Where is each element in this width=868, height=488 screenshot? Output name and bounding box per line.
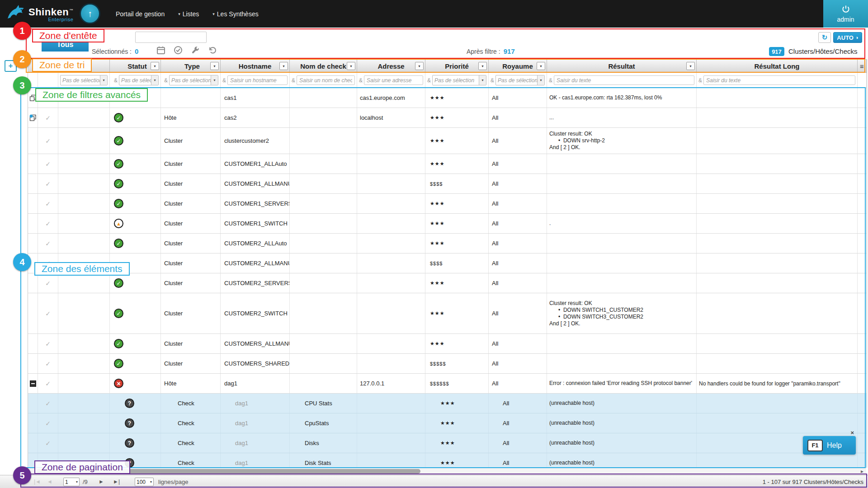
brand[interactable]: Shinken™ Enterprise (6, 4, 74, 23)
cell-resultat-long (697, 293, 858, 333)
sort-royaume-button[interactable]: ▾ (537, 62, 545, 70)
cell-priorite: ★★★ (425, 154, 489, 174)
page-select[interactable]: 1 ▾ (63, 478, 80, 486)
filter-extra-select[interactable]: Pas de sélection▾ (60, 75, 108, 85)
row-selected-check-icon[interactable]: ✓ (45, 340, 51, 347)
cell-type: Hôte (161, 374, 221, 393)
scroll-top-button[interactable]: ↑ (80, 3, 100, 24)
brand-name: Shinken (28, 6, 69, 18)
cell-royaume: All (489, 354, 547, 373)
wrench-button[interactable] (190, 46, 200, 56)
cell-royaume: All (489, 334, 547, 353)
sort-hostname-button[interactable]: ▾ (279, 62, 288, 70)
collapse-children-icon[interactable] (30, 380, 36, 387)
cell-hostname: CUSTOMER2_ALLAuto (221, 234, 290, 253)
cell-type: Check (161, 433, 221, 453)
sort-adresse-button[interactable]: ▾ (415, 62, 424, 70)
menu-item-portail-de-gestion[interactable]: Portail de gestion (116, 10, 165, 18)
filter-nom_de_check-input[interactable] (297, 75, 355, 85)
row-selected-check-icon[interactable]: ✓ (45, 160, 51, 168)
filter-type-select[interactable]: Pas de sélection▾ (169, 75, 218, 85)
column-chooser-button[interactable]: ≡ (860, 62, 864, 70)
row-selected-check-icon[interactable]: ✓ (45, 440, 51, 447)
calendar-button[interactable] (156, 46, 166, 56)
cell-hostname-text: CUSTOMER1_SERVERS (224, 200, 290, 207)
close-icon[interactable]: × (850, 429, 854, 436)
sort-statut-button[interactable]: ▾ (151, 62, 159, 70)
table-row: ✓✓ClusterCUSTOMER2_SWITCH★★★AllCluster r… (28, 293, 867, 334)
row-selected-check-icon[interactable]: ✓ (45, 240, 51, 247)
status-ok-icon: ✓ (114, 136, 123, 145)
scroll-right-icon[interactable]: ▸ (861, 468, 863, 474)
cell-adresse (357, 293, 425, 333)
row-selected-check-icon[interactable]: ✓ (45, 200, 51, 207)
cell-extra (58, 374, 110, 393)
zone-1-label: Zone d'entête (32, 29, 104, 42)
horizontal-scrollbar[interactable]: ▸ (28, 468, 866, 475)
cell-nom-de-check (290, 174, 357, 193)
cell-hostname: dag1 (221, 394, 290, 413)
filter-resultat_long-input[interactable] (703, 75, 855, 85)
cell-resultat-text: Error : connexion failed 'Error reading … (549, 380, 692, 387)
cell-priorite: ★★★ (425, 433, 489, 453)
username: admin (837, 16, 854, 23)
sort-type-button[interactable]: ▾ (210, 62, 219, 70)
row-selected-check-icon[interactable]: ✓ (45, 310, 51, 317)
row-selected-check-icon[interactable]: ✓ (45, 420, 51, 427)
row-selected-check-icon[interactable]: ✓ (45, 137, 51, 145)
cell-extra (58, 354, 110, 373)
sort-nom_de_check-button[interactable]: ▾ (347, 62, 355, 70)
cell-type-text: Check (178, 460, 194, 466)
cell-hostname: clustercustomer2 (221, 128, 290, 154)
help-widget[interactable]: F1 Help × (803, 436, 856, 455)
refresh-button[interactable]: ↻ (818, 32, 831, 43)
cell-royaume-text: All (492, 260, 498, 267)
auto-refresh-button[interactable]: AUTO ◑ (833, 32, 862, 43)
row-selected-check-icon[interactable]: ✓ (45, 220, 51, 227)
cell-priorite-text: $$$$ (430, 181, 443, 187)
filter-royaume-select[interactable]: Pas de sélection▾ (495, 75, 545, 85)
sort-priorite-button[interactable]: ▾ (478, 62, 487, 70)
prev-page-button[interactable]: ◄ (47, 475, 52, 488)
cell-resultat-long (697, 453, 858, 468)
cell-select: ✓ (38, 413, 58, 433)
per-page-select[interactable]: 100 ▾ (135, 478, 154, 486)
cell-expand (28, 433, 38, 453)
header-name-input[interactable] (135, 32, 207, 43)
row-selected-check-icon[interactable]: ✓ (45, 114, 51, 122)
row-selected-check-icon[interactable]: ✓ (45, 280, 51, 287)
last-page-button[interactable]: ►| (113, 475, 120, 488)
cell-hostname: CUSTOMER2_SERVERS (221, 273, 290, 293)
table-row: ✓✓ClusterCUSTOMERS_SHARED$$$$$All (28, 354, 867, 374)
filter-statut-select[interactable]: Pas de sélection▾ (119, 75, 159, 85)
next-page-button[interactable]: ► (99, 475, 104, 488)
column-label: Type (184, 62, 200, 70)
cell-statut: ✓ (110, 194, 161, 213)
table-row: ✓✓ClusterCUSTOMER2_SERVERS★★★All (28, 273, 867, 293)
filter-resultat-input[interactable] (554, 75, 694, 85)
cell-priorite-text: ★★★ (430, 201, 445, 206)
expand-children-icon[interactable] (29, 114, 37, 122)
table-row: ✓✓Clusterclustercustomer2★★★AllCluster r… (28, 128, 867, 154)
column-label: Priorité (445, 62, 469, 70)
filter-adresse-input[interactable] (364, 75, 423, 85)
cell-statut: ? (110, 413, 161, 433)
menu-item-listes[interactable]: ▾Listes (178, 10, 199, 18)
cell-resultat-long (697, 253, 858, 273)
cell-select: ✓ (38, 194, 58, 213)
filter-hostname-input[interactable] (227, 75, 288, 85)
row-selected-check-icon[interactable]: ✓ (45, 180, 51, 188)
sort-resultat-button[interactable]: ▾ (686, 62, 695, 70)
acknowledge-button[interactable] (173, 46, 183, 56)
menu-item-les-synth-ses[interactable]: ▾Les Synthèses (212, 10, 258, 18)
user-panel[interactable]: admin (823, 0, 868, 28)
cell-priorite: ★★★ (425, 334, 489, 353)
row-selected-check-icon[interactable]: ✓ (45, 380, 51, 387)
cell-statut: ▲ (110, 214, 161, 233)
row-selected-check-icon[interactable]: ✓ (45, 360, 51, 367)
cell-type: Check (161, 394, 221, 413)
row-selected-check-icon[interactable]: ✓ (45, 400, 51, 407)
undo-button[interactable] (208, 46, 217, 56)
filter-priorite-select[interactable]: Pas de sélection▾ (432, 75, 486, 85)
first-page-button[interactable]: |◄ (34, 475, 41, 488)
